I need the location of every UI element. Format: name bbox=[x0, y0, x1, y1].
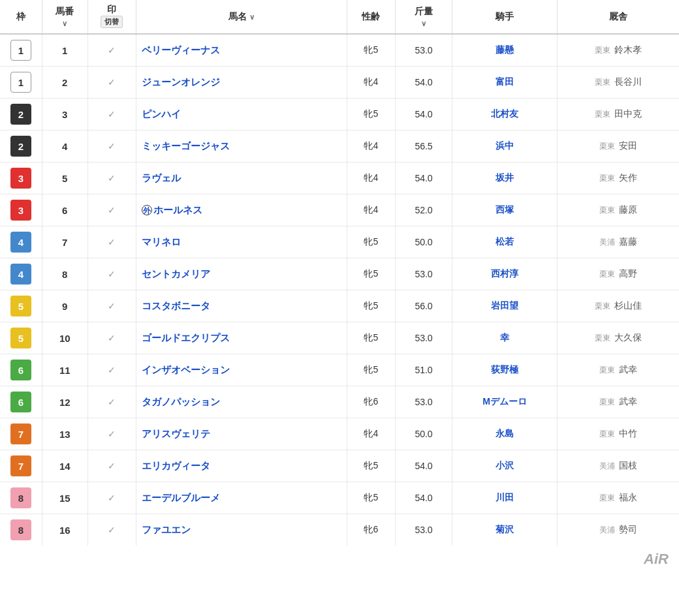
horse-name-text[interactable]: アリスヴェリテ bbox=[142, 428, 210, 439]
check-icon[interactable]: ✓ bbox=[108, 173, 116, 183]
horse-name-cell[interactable]: ラヴェル bbox=[136, 162, 347, 194]
horse-name-text[interactable]: タガノパッション bbox=[142, 396, 220, 407]
mark-cell[interactable]: ✓ bbox=[87, 34, 136, 67]
mark-cell[interactable]: ✓ bbox=[87, 67, 136, 99]
horse-name-text[interactable]: ベリーヴィーナス bbox=[142, 44, 220, 55]
check-icon[interactable]: ✓ bbox=[108, 237, 116, 247]
waku-cell-16: 8 bbox=[0, 514, 42, 546]
horse-name-cell[interactable]: ミッキーゴージャス bbox=[136, 131, 347, 162]
horse-name-cell[interactable]: タガノパッション bbox=[136, 386, 347, 418]
check-icon[interactable]: ✓ bbox=[108, 429, 116, 439]
check-icon[interactable]: ✓ bbox=[108, 333, 116, 343]
horse-name-text[interactable]: エーデルブルーメ bbox=[142, 492, 220, 503]
jockey-cell[interactable]: Mデムーロ bbox=[452, 386, 557, 418]
table-row: 815✓エーデルブルーメ牝554.0川田栗東 福永 bbox=[0, 482, 679, 514]
stable-region-text: 美浦 bbox=[599, 461, 617, 470]
mark-cell[interactable]: ✓ bbox=[87, 131, 136, 162]
horse-name-cell[interactable]: ベリーヴィーナス bbox=[136, 34, 347, 67]
jockey-name-text: 西塚 bbox=[496, 204, 514, 215]
jockey-name-text: 西村淳 bbox=[491, 268, 518, 279]
stable-name-text: 武幸 bbox=[619, 364, 637, 375]
jockey-cell[interactable]: 富田 bbox=[452, 67, 557, 99]
mark-cell[interactable]: ✓ bbox=[87, 482, 136, 514]
stable-cell: 美浦 嘉藤 bbox=[558, 226, 679, 258]
weight-cell: 54.0 bbox=[396, 450, 452, 482]
horse-name-text[interactable]: ミッキーゴージャス bbox=[142, 140, 230, 151]
banum-sort-arrow[interactable]: ∨ bbox=[62, 20, 67, 27]
horse-name-text[interactable]: ゴールドエクリプス bbox=[142, 332, 230, 343]
horse-name-text[interactable]: コスタボニータ bbox=[142, 300, 210, 311]
horse-name-cell[interactable]: アリスヴェリテ bbox=[136, 418, 347, 450]
mark-cell[interactable]: ✓ bbox=[87, 450, 136, 482]
horse-name-text[interactable]: セントカメリア bbox=[142, 268, 210, 279]
horse-name-cell[interactable]: セントカメリア bbox=[136, 258, 347, 290]
jockey-cell[interactable]: 川田 bbox=[452, 482, 557, 514]
waku-badge: 8 bbox=[10, 487, 31, 508]
horse-name-text[interactable]: ファユエン bbox=[142, 524, 191, 535]
jockey-cell[interactable]: 岩田望 bbox=[452, 290, 557, 322]
jockey-cell[interactable]: 北村友 bbox=[452, 99, 557, 131]
jockey-cell[interactable]: 荻野極 bbox=[452, 354, 557, 386]
waku-badge: 3 bbox=[10, 200, 31, 221]
jockey-cell[interactable]: 藤懸 bbox=[452, 34, 557, 67]
check-icon[interactable]: ✓ bbox=[108, 365, 116, 375]
horse-name-cell[interactable]: インザオベーション bbox=[136, 354, 347, 386]
stable-region-text: 栗東 bbox=[599, 206, 617, 215]
jockey-cell[interactable]: 西村淳 bbox=[452, 258, 557, 290]
check-icon[interactable]: ✓ bbox=[108, 109, 116, 119]
mark-cell[interactable]: ✓ bbox=[87, 386, 136, 418]
horse-name-cell[interactable]: エリカヴィータ bbox=[136, 450, 347, 482]
mark-cell[interactable]: ✓ bbox=[87, 322, 136, 354]
horse-name-cell[interactable]: ピンハイ bbox=[136, 99, 347, 131]
check-icon[interactable]: ✓ bbox=[108, 301, 116, 311]
check-icon[interactable]: ✓ bbox=[108, 493, 116, 503]
horse-name-text[interactable]: ピンハイ bbox=[142, 108, 181, 119]
check-icon[interactable]: ✓ bbox=[108, 461, 116, 471]
horse-name-cell[interactable]: マリネロ bbox=[136, 226, 347, 258]
jockey-cell[interactable]: 永島 bbox=[452, 418, 557, 450]
jockey-cell[interactable]: 浜中 bbox=[452, 131, 557, 162]
mark-cell[interactable]: ✓ bbox=[87, 514, 136, 546]
mark-switch-button[interactable]: 切替 bbox=[101, 16, 123, 28]
mark-cell[interactable]: ✓ bbox=[87, 226, 136, 258]
weight-cell: 51.0 bbox=[396, 354, 452, 386]
horse-name-text[interactable]: インザオベーション bbox=[142, 364, 230, 375]
horse-name-text[interactable]: マリネロ bbox=[142, 236, 181, 247]
banum-cell: 4 bbox=[42, 131, 87, 162]
horse-name-cell[interactable]: ファユエン bbox=[136, 514, 347, 546]
check-icon[interactable]: ✓ bbox=[108, 77, 116, 87]
check-icon[interactable]: ✓ bbox=[108, 205, 116, 215]
horse-name-cell[interactable]: 外ホールネス bbox=[136, 194, 347, 226]
jockey-cell[interactable]: 小沢 bbox=[452, 450, 557, 482]
mark-cell[interactable]: ✓ bbox=[87, 194, 136, 226]
mark-cell[interactable]: ✓ bbox=[87, 258, 136, 290]
jockey-cell[interactable]: 松若 bbox=[452, 226, 557, 258]
horse-name-text[interactable]: エリカヴィータ bbox=[142, 460, 210, 471]
mark-cell[interactable]: ✓ bbox=[87, 418, 136, 450]
jockey-cell[interactable]: 西塚 bbox=[452, 194, 557, 226]
horse-name-cell[interactable]: ゴールドエクリプス bbox=[136, 322, 347, 354]
banum-cell: 12 bbox=[42, 386, 87, 418]
mark-cell[interactable]: ✓ bbox=[87, 354, 136, 386]
check-icon[interactable]: ✓ bbox=[108, 525, 116, 535]
jockey-cell[interactable]: 幸 bbox=[452, 322, 557, 354]
name-sort-arrow[interactable]: ∨ bbox=[249, 13, 255, 21]
check-icon[interactable]: ✓ bbox=[108, 45, 116, 55]
check-icon[interactable]: ✓ bbox=[108, 397, 116, 407]
horse-name-cell[interactable]: コスタボニータ bbox=[136, 290, 347, 322]
horse-name-text[interactable]: ホールネス bbox=[153, 204, 202, 215]
horse-name-cell[interactable]: エーデルブルーメ bbox=[136, 482, 347, 514]
horse-name-text[interactable]: ラヴェル bbox=[142, 172, 181, 183]
jockey-cell[interactable]: 坂井 bbox=[452, 162, 557, 194]
check-icon[interactable]: ✓ bbox=[108, 269, 116, 279]
mark-cell[interactable]: ✓ bbox=[87, 162, 136, 194]
col-header-weight: 斤量 ∨ bbox=[396, 0, 452, 34]
weight-sort-arrow[interactable]: ∨ bbox=[421, 20, 426, 27]
mark-cell[interactable]: ✓ bbox=[87, 99, 136, 131]
horse-name-text[interactable]: ジューンオレンジ bbox=[142, 76, 220, 87]
horse-name-cell[interactable]: ジューンオレンジ bbox=[136, 67, 347, 99]
weight-cell: 53.0 bbox=[396, 34, 452, 67]
check-icon[interactable]: ✓ bbox=[108, 141, 116, 151]
jockey-cell[interactable]: 菊沢 bbox=[452, 514, 557, 546]
mark-cell[interactable]: ✓ bbox=[87, 290, 136, 322]
